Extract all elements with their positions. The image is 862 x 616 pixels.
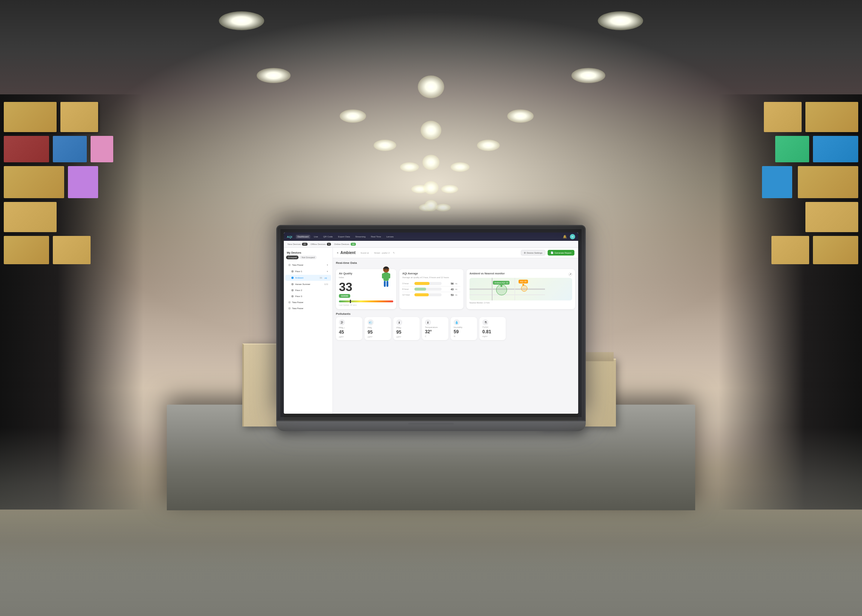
shelf-box [764, 102, 802, 132]
svg-point-7 [387, 269, 388, 270]
avg-bar-fill-3h [415, 282, 430, 285]
nav-streaming[interactable]: Streaming [353, 235, 367, 239]
cards-row: Air Quality Index 33 GOOD [336, 269, 575, 309]
ceiling-light [257, 68, 290, 83]
ceiling-light [435, 204, 451, 211]
pm1-name: PM₁ [367, 326, 372, 329]
map-area: Ambient AQI: 33 AQI: 55 [469, 278, 572, 300]
pollutant-pm25: 🌫 PM₂.₅ 45 µg/m³ [336, 317, 362, 340]
item-label: Hanan Sumner [295, 283, 323, 285]
avg-label-3h: 3 hour [402, 282, 413, 284]
pollutant-pm1: 💨 PM₁ 95 µg/m³ [364, 317, 391, 340]
shelf-item-colored [762, 166, 792, 198]
shelf-box [53, 136, 87, 162]
my-monitor-label: Ambient AQI: 33 [493, 281, 509, 284]
content-body: Real-time Data Air Quality Index 33 GOOD [333, 258, 578, 414]
ceiling-light [507, 110, 534, 123]
temp-name: Temperature [425, 326, 438, 328]
avg-card-title: AQI Average [402, 272, 460, 275]
shelf-box [4, 136, 49, 162]
ceiling-light-center [423, 155, 440, 170]
user-avatar[interactable]: U [570, 234, 575, 239]
notification-icon[interactable]: 🔔 [562, 234, 568, 240]
offline-devices: Offline Devices 1 [311, 243, 331, 246]
laptop-screen: AQI Dashboard Live QR Code Export Data S… [284, 233, 578, 414]
pm25-name: PM₂.₅ [339, 326, 345, 329]
pm10-value: 95 [396, 330, 401, 335]
online-devices: Online Devices 16 [334, 243, 356, 246]
sidebar-item-tata-power-3[interactable]: Tata Power [285, 306, 331, 311]
aqi-dashboard: AQI Dashboard Live QR Code Export Data S… [284, 233, 578, 414]
update-time: Last Update: 30 secs [339, 304, 393, 306]
shelf-box [4, 166, 64, 198]
nav-qrcode[interactable]: QR Code [322, 235, 334, 239]
nav-export[interactable]: Export Data [337, 235, 352, 239]
temp-unit: C [425, 335, 427, 338]
generate-report-button[interactable]: 📄 Generate Report [548, 250, 575, 256]
temp-value: 32° [425, 329, 432, 335]
pm10-icon: 🌡 [396, 319, 402, 325]
avg-bar-3h [415, 282, 441, 285]
sidebar-item-tata-power-1[interactable]: Tata Power ▾ [285, 262, 331, 268]
new-devices-count: 20 [302, 243, 308, 246]
aqi-average-card: AQI Average Average air quality of 3 hou… [399, 269, 463, 309]
tvoc-unit: mg/m³ [482, 335, 488, 338]
nav-realtime[interactable]: Real Time [369, 235, 383, 239]
shelf-box [4, 236, 49, 264]
svg-rect-3 [388, 273, 390, 278]
nearest-info: Nearest Monitor: 2.4 km [469, 302, 572, 304]
sidebar-item-ambient[interactable]: Ambient 33 µg [285, 275, 331, 281]
avg-row-8h: 8 hour 43 aq [402, 286, 460, 292]
pollutant-temperature: 🌡 Temperature 32° C [422, 317, 448, 340]
shelf-item-colored [91, 136, 113, 162]
air-quality-card: Air Quality Index 33 GOOD [336, 269, 396, 309]
edit-icon[interactable]: ✎ [393, 251, 395, 254]
shelf-box [60, 102, 98, 132]
top-navigation: AQI Dashboard Live QR Code Export Data S… [284, 233, 578, 241]
nav-live[interactable]: Live [312, 235, 320, 239]
realtime-section-label: Real-time Data [336, 261, 575, 265]
sidebar-tab-notgrouped[interactable]: Not Grouped [300, 256, 316, 259]
humidity-value: 59 [454, 329, 458, 335]
nav-dashboard[interactable]: Dashboard [296, 235, 310, 239]
item-label: Floor 1 [295, 270, 325, 272]
svg-point-6 [385, 269, 386, 270]
ceiling-light [374, 140, 396, 151]
shelf-box [4, 102, 57, 132]
tvoc-name: TVOC [482, 326, 489, 328]
sidebar-tab-grouped[interactable]: Grouped [286, 256, 298, 259]
expand-button[interactable]: ↗ [568, 272, 572, 276]
page-title: Ambient [341, 251, 355, 255]
sidebar-item-hanan[interactable]: Hanan Sumner 123 [285, 281, 331, 287]
sidebar-item-floor3[interactable]: Floor 3 [285, 294, 331, 299]
item-label: Floor 3 [295, 295, 328, 297]
item-label: Tata Power [292, 301, 328, 303]
item-indicator [291, 283, 294, 285]
content-area: ◂ Ambient · found at · Street · parlor 2… [333, 248, 578, 414]
item-indicator [291, 295, 294, 297]
character-illustration [379, 266, 393, 290]
avg-unit-12h: aq [455, 294, 460, 296]
avg-label-8h: 8 hour [402, 288, 413, 290]
sidebar-item-floor1[interactable]: Floor 1 ▾ [285, 269, 331, 274]
expand-icon: ▾ [327, 270, 328, 272]
ceiling-light [400, 162, 419, 172]
offline-count: 1 [327, 243, 331, 246]
avg-row-12h: 12 hour 53 aq [402, 292, 460, 297]
ceiling-light-center [421, 121, 441, 140]
svg-rect-4 [384, 281, 386, 287]
avg-bar-fill-12h [415, 293, 429, 296]
sidebar-item-tata-power-2[interactable]: Tata Power [285, 300, 331, 305]
pollutants-grid: 🌫 PM₂.₅ 45 µg/m³ 💨 PM₁ 95 µg/m³ [336, 317, 575, 340]
ceiling-light-center [418, 75, 444, 98]
sidebar: My Devices Grouped Not Grouped Tata Powe… [284, 248, 333, 414]
item-value: 33 [320, 277, 322, 279]
aqi-gradient-bar [339, 300, 393, 302]
svg-rect-5 [386, 281, 388, 287]
sidebar-title: My Devices [284, 250, 333, 255]
nav-lenses[interactable]: Lenses [385, 235, 395, 239]
sidebar-item-floor2[interactable]: Floor 2 [285, 288, 331, 293]
breadcrumb-sep2: · [371, 252, 372, 254]
device-settings-button[interactable]: ⚙ Device Settings [521, 250, 546, 256]
pollutant-tvoc: ⚗ TVOC 0.81 mg/m³ [479, 317, 506, 340]
